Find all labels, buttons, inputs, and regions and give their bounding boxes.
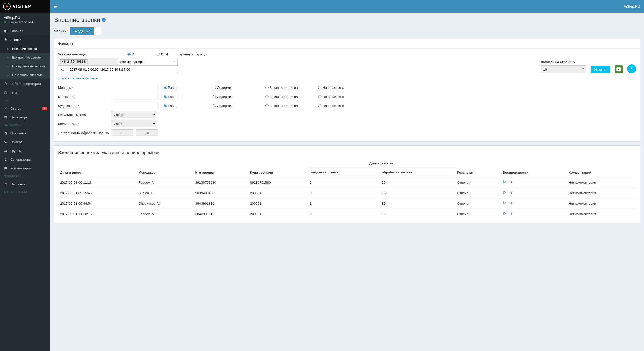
sidebar-item-supervisors[interactable]: Супервизоры xyxy=(0,155,50,164)
circle-icon: ○ xyxy=(6,47,10,50)
queue-tag: × first_TD (39338) xyxy=(60,59,88,64)
calls-label: Звонки: xyxy=(54,29,68,33)
refresh-icon xyxy=(4,82,8,86)
phone-icon xyxy=(4,140,8,144)
sidebar-item-geo[interactable]: ГЕО xyxy=(0,88,50,97)
excel-export-icon[interactable]: X xyxy=(615,65,623,73)
radio-or-input[interactable] xyxy=(157,53,160,56)
radio-and-input[interactable] xyxy=(127,53,131,56)
page-title: Внешние звонки xyxy=(54,16,100,23)
af-comment-label: Комментарий xyxy=(58,122,111,126)
tag-remove-icon[interactable]: × xyxy=(62,60,63,63)
date-range-field[interactable] xyxy=(67,66,178,73)
radio-contains[interactable]: Содержит xyxy=(213,95,265,99)
radio-equals[interactable]: Равно xyxy=(164,95,213,99)
sidebar-item-basic[interactable]: Основные xyxy=(0,129,50,138)
radio-startswith[interactable]: Начинается с xyxy=(318,86,358,90)
af-result-select[interactable]: Любой xyxy=(111,111,156,118)
radio-and[interactable]: И xyxy=(127,52,134,56)
cell-result: Отвечен xyxy=(455,177,501,188)
radio-contains[interactable]: Содержит xyxy=(213,104,265,108)
help-icon[interactable]: ? xyxy=(102,18,106,22)
sidebar-item-operators[interactable]: Работа операторов xyxy=(0,79,50,88)
date-range-input[interactable] xyxy=(58,65,178,73)
sidebar-header-support: ПОДДЕРЖКА xyxy=(0,173,50,180)
cell-caller: 3843991819 xyxy=(193,198,248,209)
clock-icon xyxy=(58,66,67,73)
plus-icon[interactable]: + xyxy=(510,180,513,185)
sidebar-item-main[interactable]: Главная ‹ xyxy=(0,27,50,35)
download-icon[interactable] xyxy=(627,64,636,73)
cell-talk: 162 xyxy=(380,188,455,198)
sidebar-item-missed-calls[interactable]: ○ Пропущенные звонки xyxy=(0,62,50,71)
question-icon: ? xyxy=(4,182,8,186)
radio-equals[interactable]: Равно xyxy=(164,104,213,108)
search-button[interactable]: Искать! xyxy=(591,66,610,73)
plus-icon[interactable]: + xyxy=(510,190,513,196)
sidebar-label: Группы xyxy=(10,149,22,153)
per-page-label: Записей на страницу xyxy=(541,60,586,64)
af-duration-from[interactable] xyxy=(111,129,133,136)
bell-icon xyxy=(4,38,8,42)
radio-endswith[interactable]: Заканчивается на xyxy=(265,86,318,90)
radio-endswith[interactable]: Заканчивается на xyxy=(265,104,318,108)
sidebar-item-numbers[interactable]: Номера xyxy=(0,138,50,146)
main: ☰ ViStep.RU Внешние звонки ? Звонки: Вхо… xyxy=(50,0,644,351)
incoming-button[interactable]: Входящие xyxy=(70,27,94,35)
play-icon[interactable] xyxy=(503,211,507,215)
sidebar-item-status[interactable]: Статус 2 xyxy=(0,104,50,113)
person-icon xyxy=(4,158,8,161)
radio-startswith[interactable]: Начинается с xyxy=(318,95,358,99)
plus-icon[interactable]: + xyxy=(510,211,513,217)
sidebar-item-internal-calls[interactable]: ○ Внутренние звонки xyxy=(0,53,50,62)
sidebar-item-external-calls[interactable]: ○ Внешние звонки xyxy=(0,44,50,53)
af-duration-to[interactable] xyxy=(136,129,158,136)
outgoing-button[interactable] xyxy=(94,27,101,35)
sidebar-item-comments[interactable]: Комментарии xyxy=(0,164,50,173)
th-result[interactable]: Результат xyxy=(455,159,501,177)
radio-contains[interactable]: Содержит xyxy=(213,86,265,90)
svg-marker-13 xyxy=(504,201,506,204)
af-callee-input[interactable] xyxy=(111,102,157,109)
sidebar-item-groups[interactable]: Группы xyxy=(0,146,50,155)
svg-point-2 xyxy=(5,117,5,117)
th-caller[interactable]: Кто звонил xyxy=(193,159,248,177)
advanced-filters-link[interactable]: Дополнительные фильтры xyxy=(58,76,98,80)
per-page-select[interactable]: 10 xyxy=(541,65,586,73)
th-datetime[interactable]: Дата и время xyxy=(58,159,137,177)
cell-comment: Нет комментария xyxy=(567,198,636,209)
sliders-icon xyxy=(4,116,8,119)
sidebar-item-first-calls[interactable]: ○ Позвонили впервые xyxy=(0,71,50,79)
af-caller-input[interactable] xyxy=(111,93,157,100)
sidebar-item-params[interactable]: Параметры xyxy=(0,113,50,122)
sidebar-label: Супервизоры xyxy=(10,158,31,161)
table-row: 2017-09-01 09:15:45Suhina_L.903940040620… xyxy=(58,188,636,198)
plus-icon[interactable]: + xyxy=(510,201,513,206)
users-icon xyxy=(4,149,8,153)
menu-toggle-icon[interactable]: ☰ xyxy=(54,4,58,9)
radio-startswith[interactable]: Начинается с xyxy=(318,104,358,108)
play-icon[interactable] xyxy=(503,180,507,184)
th-wait[interactable]: ожидания ответа xyxy=(308,168,380,177)
th-callee[interactable]: Куда звонили xyxy=(248,159,308,177)
radio-or[interactable]: ИЛИ xyxy=(157,52,168,56)
sidebar-label: Статус xyxy=(10,107,21,110)
cell-result: Отвечен xyxy=(455,198,501,209)
sidebar-header-docs: ДОКУМЕНТАЦИЯ xyxy=(0,189,50,196)
play-icon[interactable] xyxy=(503,201,507,205)
logo: VISTEP xyxy=(0,0,50,13)
radio-endswith[interactable]: Заканчивается на xyxy=(265,95,318,99)
th-manager[interactable]: Менеджер xyxy=(137,159,193,177)
th-talk[interactable]: обработки звонка xyxy=(380,168,455,177)
sidebar-item-calls[interactable]: Звонки ‹ xyxy=(0,35,50,44)
play-icon[interactable] xyxy=(503,190,507,194)
dashboard-icon xyxy=(4,29,8,33)
queue-tag-input[interactable]: × first_TD (39338) xyxy=(58,58,118,66)
af-comment-select[interactable]: Любой xyxy=(111,120,156,127)
cell-result: Отвечен xyxy=(455,209,501,219)
radio-equals[interactable]: Равно xyxy=(164,86,213,90)
brand-right[interactable]: ViStep.RU xyxy=(624,4,640,8)
af-manager-input[interactable] xyxy=(111,84,157,91)
sidebar-item-helpdesk[interactable]: ? Help desk xyxy=(0,180,50,189)
managers-select[interactable]: Все менеджеры xyxy=(118,58,178,66)
